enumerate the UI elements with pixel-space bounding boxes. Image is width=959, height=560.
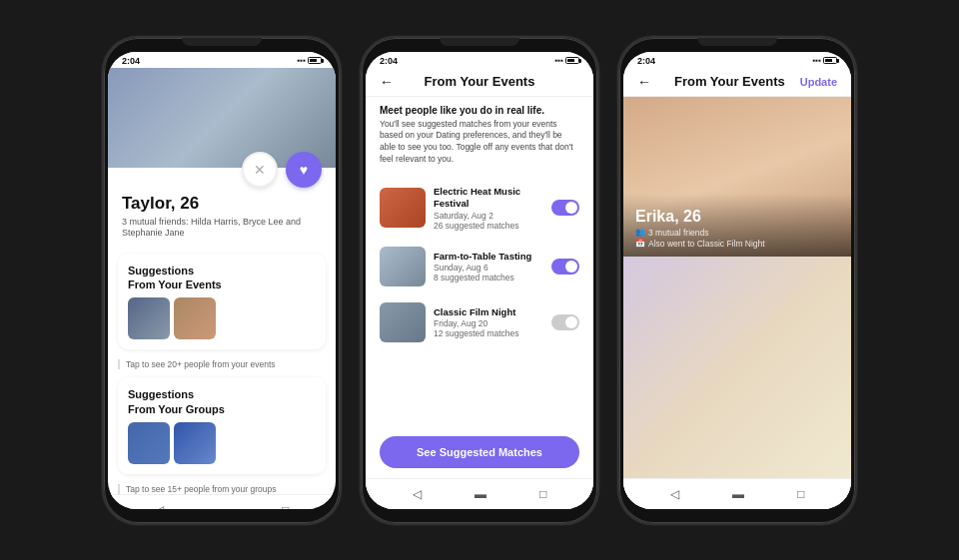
home-nav-btn-2[interactable]: ▬ (475, 487, 486, 501)
event-icon: 📅 (635, 239, 645, 248)
event-name-1: Electric Heat Music Festival (434, 186, 543, 211)
event-list: Electric Heat Music Festival Saturday, A… (366, 174, 593, 429)
event-date-2: Sunday, Aug 6 (434, 263, 543, 273)
bottom-nav-1: ◁ ▬ □ (108, 494, 336, 508)
signal-icon-3: ▪▪▪ (812, 56, 821, 65)
event-row-3[interactable]: Classic Film Night Friday, Aug 20 12 sug… (366, 294, 593, 350)
signal-icon-2: ▪▪▪ (554, 56, 563, 65)
screen-title-2: From Your Events (402, 74, 557, 89)
screen-title-3: From Your Events (659, 74, 800, 89)
square-nav-btn[interactable]: □ (282, 503, 289, 508)
status-bar-3: 2:04 ▪▪▪ (623, 52, 851, 68)
event-row-1[interactable]: Electric Heat Music Festival Saturday, A… (366, 178, 593, 239)
intro-text: Meet people like you do in real life. Yo… (366, 97, 593, 175)
events-section-images (128, 297, 316, 339)
toggle-2[interactable] (551, 259, 579, 275)
phone-1-screen: 2:04 ▪▪▪ ✕ ♥ Taylor, 26 (108, 52, 336, 509)
phone-2: 2:04 ▪▪▪ ← From Your Events Meet people … (360, 36, 599, 525)
events-section-card[interactable]: SuggestionsFrom Your Events (118, 254, 326, 350)
intro-body: You'll see suggested matches from your e… (380, 119, 579, 167)
like-button[interactable]: ♥ (286, 152, 322, 188)
event-thumb-farm (380, 247, 426, 286)
phone2-header: ← From Your Events (366, 68, 593, 97)
status-bar-2: 2:04 ▪▪▪ (366, 52, 593, 68)
group-thumb-2 (174, 422, 216, 464)
hero-name: Erika, 26 (635, 208, 839, 226)
battery-icon-2 (565, 57, 579, 64)
hero-event-text: Also went to Classic Film Night (648, 239, 765, 249)
profile3-hero: Erika, 26 👥 3 mutual friends 📅 Also went… (623, 97, 851, 257)
hero-meta-friends: 👥 3 mutual friends (635, 228, 839, 238)
event-thumb-film (380, 302, 426, 342)
battery-icon-3 (823, 57, 837, 64)
home-nav-btn[interactable]: ▬ (217, 503, 229, 508)
phone2-content: ← From Your Events Meet people like you … (366, 68, 593, 509)
photo2-card (623, 257, 851, 478)
groups-tap-hint: Tap to see 15+ people from your groups (118, 484, 326, 494)
event-info-3: Classic Film Night Friday, Aug 20 12 sug… (434, 306, 543, 338)
event-info-1: Electric Heat Music Festival Saturday, A… (434, 186, 543, 231)
friends-icon: 👥 (635, 228, 645, 237)
intro-bold: Meet people like you do in real life. (380, 105, 579, 116)
phone-3: 2:04 ▪▪▪ ← From Your Events Update (617, 36, 857, 525)
home-nav-btn-3[interactable]: ▬ (732, 487, 744, 501)
status-icons-1: ▪▪▪ (297, 56, 322, 65)
phone-3-screen: 2:04 ▪▪▪ ← From Your Events Update (623, 52, 851, 509)
events-section-title: SuggestionsFrom Your Events (128, 264, 316, 292)
square-nav-btn-3[interactable]: □ (797, 487, 804, 501)
profile-friends: 3 mutual friends: Hilda Harris, Bryce Le… (122, 217, 322, 240)
toggle-1[interactable] (551, 200, 579, 216)
status-time-2: 2:04 (380, 56, 398, 66)
hero-overlay: Erika, 26 👥 3 mutual friends 📅 Also went… (623, 194, 851, 257)
phone-1: 2:04 ▪▪▪ ✕ ♥ Taylor, 26 (102, 36, 342, 525)
see-suggested-btn[interactable]: See Suggested Matches (380, 436, 579, 468)
back-nav-btn-3[interactable]: ◁ (670, 487, 679, 501)
phone-2-screen: 2:04 ▪▪▪ ← From Your Events Meet people … (366, 52, 593, 509)
status-time-3: 2:04 (637, 56, 655, 66)
hero-friends-text: 3 mutual friends (648, 228, 708, 238)
event-matches-2: 8 suggested matches (434, 273, 543, 282)
bottom-nav-3: ◁ ▬ □ (623, 478, 851, 509)
back-arrow-2[interactable]: ← (380, 74, 394, 90)
event-thumb-1 (128, 297, 170, 339)
back-arrow-3[interactable]: ← (637, 74, 651, 90)
toggle-3[interactable] (551, 314, 579, 330)
signal-icon: ▪▪▪ (297, 56, 306, 65)
event-date-3: Friday, Aug 20 (434, 318, 543, 328)
groups-section-card[interactable]: SuggestionsFrom Your Groups (118, 377, 326, 474)
dislike-button[interactable]: ✕ (242, 152, 278, 188)
back-nav-btn-2[interactable]: ◁ (413, 487, 422, 501)
phones-container: 2:04 ▪▪▪ ✕ ♥ Taylor, 26 (82, 16, 877, 545)
bottom-nav-2: ◁ ▬ □ (366, 478, 593, 509)
battery-icon (308, 57, 322, 64)
hero-meta-event: 📅 Also went to Classic Film Night (635, 239, 839, 249)
phone3-header: ← From Your Events Update (623, 68, 851, 97)
event-info-2: Farm-to-Table Tasting Sunday, Aug 6 8 su… (434, 251, 543, 282)
status-icons-2: ▪▪▪ (554, 56, 579, 65)
groups-section-title: SuggestionsFrom Your Groups (128, 387, 316, 416)
photo2-img (623, 257, 851, 478)
profile-hero: ✕ ♥ (108, 68, 336, 168)
event-thumb-electric (380, 188, 426, 228)
event-name-2: Farm-to-Table Tasting (434, 251, 543, 263)
phone1-content: ✕ ♥ Taylor, 26 3 mutual friends: Hilda H… (108, 68, 336, 509)
status-time-1: 2:04 (122, 56, 140, 66)
event-matches-1: 26 suggested matches (434, 221, 543, 231)
group-thumb-1 (128, 422, 170, 464)
event-thumb-2 (174, 297, 216, 339)
event-date-1: Saturday, Aug 2 (434, 211, 543, 221)
back-nav-btn[interactable]: ◁ (155, 503, 164, 508)
update-link[interactable]: Update (800, 76, 837, 88)
status-bar-1: 2:04 ▪▪▪ (108, 52, 336, 68)
square-nav-btn-2[interactable]: □ (539, 487, 546, 501)
groups-section-images (128, 422, 316, 464)
phone3-content: ← From Your Events Update Erika, 26 👥 3 … (623, 68, 851, 509)
event-matches-3: 12 suggested matches (434, 328, 543, 338)
status-icons-3: ▪▪▪ (812, 56, 837, 65)
event-row-2[interactable]: Farm-to-Table Tasting Sunday, Aug 6 8 su… (366, 239, 593, 294)
profile-name: Taylor, 26 (122, 194, 322, 214)
event-name-3: Classic Film Night (434, 306, 543, 318)
action-buttons: ✕ ♥ (242, 152, 322, 188)
events-tap-hint: Tap to see 20+ people from your events (118, 359, 326, 369)
